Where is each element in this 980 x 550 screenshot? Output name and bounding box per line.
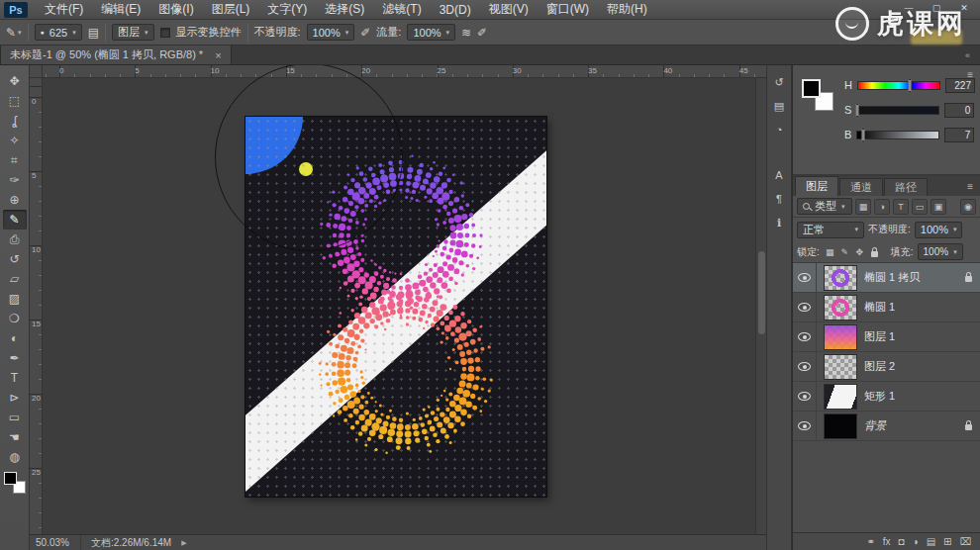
tab-通道[interactable]: 通道: [839, 178, 883, 196]
layer-thumbnail[interactable]: [824, 265, 857, 291]
show-transform-checkbox[interactable]: [160, 28, 170, 38]
toggle-brush-panel-icon[interactable]: ▤: [88, 26, 99, 40]
hsb-slider-value-S[interactable]: 0: [944, 103, 974, 118]
layers-opacity-dropdown[interactable]: 100%▾: [915, 222, 963, 238]
pen-pressure-opacity-icon[interactable]: ✐: [360, 26, 370, 40]
visibility-cell[interactable]: [793, 293, 817, 321]
color-panel-menu-icon[interactable]: ≡: [967, 69, 973, 80]
filter-smart-objects-icon[interactable]: ▣: [931, 199, 946, 215]
layers-panel-menu-icon[interactable]: ≡: [967, 181, 973, 192]
eye-icon[interactable]: [798, 421, 811, 430]
foreground-color-swatch[interactable]: [802, 79, 821, 98]
move-tool[interactable]: ✥: [3, 71, 27, 91]
eye-icon[interactable]: [798, 332, 811, 341]
airbrush-icon[interactable]: ≋: [461, 26, 471, 40]
maximize-button[interactable]: ▢: [925, 1, 948, 15]
info-panel-icon[interactable]: ℹ: [770, 214, 788, 231]
layer-row-6[interactable]: 背景: [793, 412, 980, 441]
shape-tool[interactable]: ▭: [3, 408, 27, 427]
vertical-scrollbar-thumb[interactable]: [758, 251, 765, 334]
document-tab[interactable]: 未标题-1 @ 50% (椭圆 1 拷贝, RGB/8) * ×: [0, 46, 232, 64]
lock-position-icon[interactable]: ✥: [853, 245, 866, 259]
pen-pressure-size-icon[interactable]: ✐: [477, 26, 487, 40]
filter-shape-layers-icon[interactable]: ▭: [912, 199, 928, 215]
hsb-slider-marker[interactable]: [862, 129, 865, 141]
brush-tool[interactable]: ✎: [3, 210, 27, 229]
menu-item-5[interactable]: 文字(Y): [258, 0, 316, 19]
menu-item-3[interactable]: 图像(I): [149, 0, 202, 19]
filter-toggle-icon[interactable]: ◉: [960, 199, 976, 215]
visibility-cell[interactable]: [793, 412, 817, 440]
dodge-tool[interactable]: ◐: [3, 328, 27, 348]
visibility-cell[interactable]: [793, 382, 817, 411]
eye-icon[interactable]: [798, 273, 811, 282]
layer-thumbnail[interactable]: [824, 413, 857, 439]
blend-mode-dropdown[interactable]: 正常▾: [797, 222, 864, 238]
new-group-icon[interactable]: ▤: [927, 536, 935, 547]
zoom-tool[interactable]: ◍: [3, 447, 27, 467]
canvas-area[interactable]: 051015202530354045 051015202530: [30, 65, 766, 534]
filter-type-dropdown[interactable]: 类型 ▾: [797, 198, 852, 215]
zoom-level[interactable]: 50.03%: [36, 535, 81, 550]
history-panel-icon[interactable]: ↺: [770, 73, 788, 91]
crop-tool[interactable]: ⌗: [3, 150, 27, 170]
eye-icon[interactable]: [798, 303, 811, 312]
properties-panel-icon[interactable]: ▤: [770, 97, 788, 115]
menu-item-11[interactable]: 帮助(H): [598, 0, 656, 19]
color-swatch-widget[interactable]: [4, 472, 26, 494]
lasso-tool[interactable]: ʆ: [3, 111, 27, 131]
blur-tool[interactable]: ❍: [3, 309, 27, 328]
visibility-cell[interactable]: [793, 322, 817, 351]
visibility-cell[interactable]: [793, 263, 817, 292]
character-panel-icon[interactable]: A: [770, 166, 788, 184]
layer-mask-icon[interactable]: ◘: [899, 536, 905, 547]
new-adjustment-layer-icon[interactable]: ◑: [913, 536, 919, 547]
tool-preset-icon[interactable]: ✎▾: [6, 26, 22, 40]
minimize-button[interactable]: —: [897, 1, 921, 15]
hsb-slider-marker[interactable]: [908, 79, 911, 92]
layer-thumbnail[interactable]: [824, 324, 857, 350]
fill-dropdown[interactable]: 100%▾: [918, 243, 963, 260]
hsb-slider-value-B[interactable]: 7: [944, 128, 974, 142]
quick-select-tool[interactable]: ✧: [3, 131, 27, 150]
close-tab-icon[interactable]: ×: [215, 49, 221, 61]
eye-icon[interactable]: [798, 362, 811, 371]
eyedropper-tool[interactable]: ✑: [3, 170, 27, 190]
type-tool[interactable]: T: [3, 368, 27, 388]
layer-row-1[interactable]: 椭圆 1 拷贝: [793, 263, 980, 293]
filter-pixel-layers-icon[interactable]: ▦: [855, 199, 871, 215]
lock-all-icon[interactable]: [868, 245, 881, 259]
pen-tool[interactable]: ✒: [3, 348, 27, 368]
menu-item-6[interactable]: 选择(S): [316, 0, 373, 19]
gradient-tool[interactable]: ▨: [3, 289, 27, 309]
layer-row-3[interactable]: 图层 1: [793, 322, 980, 352]
status-menu-arrow-icon[interactable]: ▶: [181, 539, 186, 547]
hsb-slider-track-S[interactable]: [856, 106, 939, 115]
lock-transparency-icon[interactable]: ▦: [824, 245, 836, 259]
marquee-tool[interactable]: ⬚: [3, 91, 27, 111]
healing-brush-tool[interactable]: ⊕: [3, 190, 27, 210]
menu-item-7[interactable]: 滤镜(T): [373, 0, 430, 19]
layer-row-4[interactable]: 图层 2: [793, 352, 980, 382]
menu-item-9[interactable]: 视图(V): [480, 0, 538, 19]
menu-item-4[interactable]: 图层(L): [203, 0, 259, 19]
layer-style-icon[interactable]: fx: [883, 536, 891, 547]
hsb-slider-track-B[interactable]: [856, 131, 939, 139]
delete-layer-icon[interactable]: ⌧: [959, 536, 971, 547]
opacity-dropdown[interactable]: 100% ▾: [307, 24, 355, 41]
history-brush-tool[interactable]: ↺: [3, 249, 27, 269]
foreground-color-swatch[interactable]: [4, 472, 17, 485]
hsb-slider-track-H[interactable]: [857, 81, 940, 90]
vertical-scrollbar[interactable]: [755, 78, 766, 534]
hand-tool[interactable]: ☚: [3, 427, 27, 447]
lock-paint-icon[interactable]: ✎: [838, 245, 851, 259]
menu-item-8[interactable]: 3D(D): [431, 0, 480, 19]
link-layers-icon[interactable]: ⚭: [866, 536, 874, 547]
flow-dropdown[interactable]: 100% ▾: [407, 24, 455, 41]
layer-row-2[interactable]: 椭圆 1: [793, 293, 980, 322]
filter-adjustment-layers-icon[interactable]: ◑: [874, 199, 890, 215]
paragraph-panel-icon[interactable]: ¶: [770, 190, 788, 208]
clone-stamp-tool[interactable]: ⎙: [3, 229, 27, 249]
tab-图层[interactable]: 图层: [795, 176, 838, 196]
layer-thumbnail[interactable]: [824, 295, 857, 321]
